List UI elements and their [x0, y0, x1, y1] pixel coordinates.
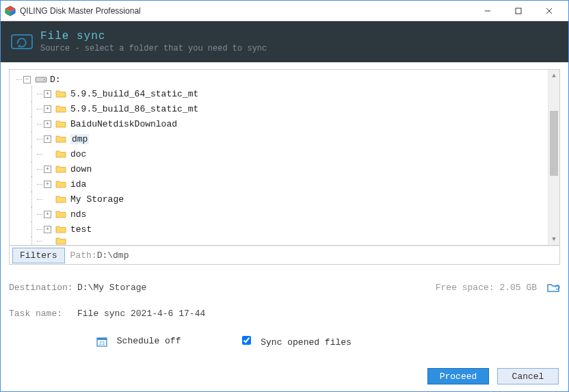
folder-icon: [55, 89, 66, 99]
folder-icon: [55, 209, 66, 219]
tree-item[interactable]: My Storage: [16, 192, 548, 207]
expand-icon[interactable]: +: [44, 135, 51, 143]
drive-icon: [35, 75, 47, 83]
tree-item-label: ida: [70, 179, 86, 190]
scroll-down-icon[interactable]: ▼: [548, 233, 559, 245]
expand-icon[interactable]: +: [44, 166, 51, 173]
folder-icon: [55, 134, 66, 144]
tree-item[interactable]: +test: [16, 222, 548, 237]
tree-item[interactable]: +dmp: [16, 131, 548, 146]
tree-item[interactable]: +5.9.5_build_86_static_mt: [16, 101, 548, 116]
expand-icon[interactable]: +: [44, 181, 51, 188]
tree-item-label: BaiduNetdiskDownload: [70, 119, 177, 129]
minimize-button[interactable]: [472, 1, 503, 21]
scroll-up-icon[interactable]: ▲: [548, 70, 559, 81]
app-icon: [5, 5, 16, 16]
tree-item[interactable]: +nds: [16, 207, 548, 222]
expand-icon[interactable]: +: [44, 211, 51, 218]
folder-tree[interactable]: − D: +5.9.5_build_64_static_mt+5.9.5_bui…: [9, 69, 560, 246]
sync-opened-label: Sync opened files: [261, 337, 352, 348]
tree-item-label: nds: [70, 209, 86, 220]
sync-icon: [10, 33, 34, 51]
browse-destination-icon[interactable]: [546, 282, 560, 293]
folder-icon: [55, 179, 66, 189]
page-subtitle: Source - select a folder that you need t…: [40, 44, 267, 53]
path-value: D:\dmp: [97, 250, 129, 261]
drive-node[interactable]: − D:: [16, 73, 548, 86]
options-row: 23 Schedule off Sync opened files: [9, 333, 560, 350]
proceed-button[interactable]: Proceed: [427, 368, 489, 384]
cancel-button[interactable]: Cancel: [497, 368, 559, 384]
filters-button[interactable]: Filters: [12, 248, 65, 263]
path-label: Path:: [70, 250, 97, 261]
schedule-label: Schedule off: [117, 336, 181, 346]
folder-icon: [55, 194, 66, 204]
folder-icon: [55, 224, 66, 234]
expand-icon[interactable]: +: [44, 90, 51, 98]
page-title: File sync: [40, 30, 267, 42]
app-title: QILING Disk Master Professional: [20, 6, 472, 16]
folder-icon: [55, 149, 66, 159]
drive-label: D:: [50, 75, 61, 85]
destination-value: D:\My Storage: [77, 283, 146, 293]
destination-row: Destination: D:\My Storage Free space: 2…: [9, 280, 560, 295]
task-label: Task name:: [9, 309, 77, 319]
header-band: File sync Source - select a folder that …: [1, 21, 568, 62]
tree-item-label: dmp: [70, 134, 89, 144]
tree-item-label: test: [70, 224, 92, 235]
maximize-button[interactable]: [503, 1, 533, 21]
folder-icon: [55, 164, 66, 174]
svg-text:23: 23: [99, 341, 105, 345]
expand-icon[interactable]: +: [44, 105, 51, 113]
titlebar: QILING Disk Master Professional: [1, 1, 568, 21]
schedule-option[interactable]: 23 Schedule off: [96, 336, 181, 347]
tree-item[interactable]: +BaiduNetdiskDownload: [16, 116, 548, 131]
calendar-icon: 23: [96, 336, 107, 347]
tree-item-label: My Storage: [70, 194, 124, 205]
tree-item[interactable]: +ida: [16, 177, 548, 192]
footer: Proceed Cancel: [1, 361, 568, 391]
expand-icon[interactable]: +: [44, 120, 51, 128]
tree-item-label: 5.9.5_build_64_static_mt: [70, 89, 198, 99]
tree-item-label: 5.9.5_build_86_static_mt: [70, 104, 198, 114]
destination-label: Destination:: [9, 283, 77, 293]
path-bar: Filters Path: D:\dmp: [9, 246, 560, 265]
close-button[interactable]: [533, 1, 564, 21]
folder-icon: [55, 237, 66, 245]
svg-rect-13: [97, 338, 107, 340]
sync-opened-option[interactable]: Sync opened files: [242, 336, 351, 348]
folder-icon: [55, 119, 66, 129]
svg-point-11: [44, 79, 45, 81]
scroll-thumb[interactable]: [550, 111, 558, 176]
free-space-label: Free space: 2.05 GB: [436, 283, 537, 293]
tree-item-label: down: [70, 164, 92, 174]
expand-icon[interactable]: +: [44, 226, 51, 233]
scrollbar[interactable]: ▲ ▼: [548, 70, 559, 245]
svg-rect-5: [516, 8, 521, 14]
collapse-icon[interactable]: −: [23, 76, 31, 83]
folder-icon: [55, 104, 66, 114]
tree-item[interactable]: +5.9.5_build_64_static_mt: [16, 86, 548, 101]
tree-item-label: doc: [70, 149, 86, 159]
task-value[interactable]: File sync 2021-4-6 17-44: [77, 309, 205, 319]
tree-item[interactable]: [16, 237, 548, 245]
sync-opened-checkbox[interactable]: [242, 336, 251, 345]
tree-item[interactable]: +down: [16, 161, 548, 177]
tree-item[interactable]: doc: [16, 146, 548, 161]
task-row: Task name: File sync 2021-4-6 17-44: [9, 306, 560, 321]
